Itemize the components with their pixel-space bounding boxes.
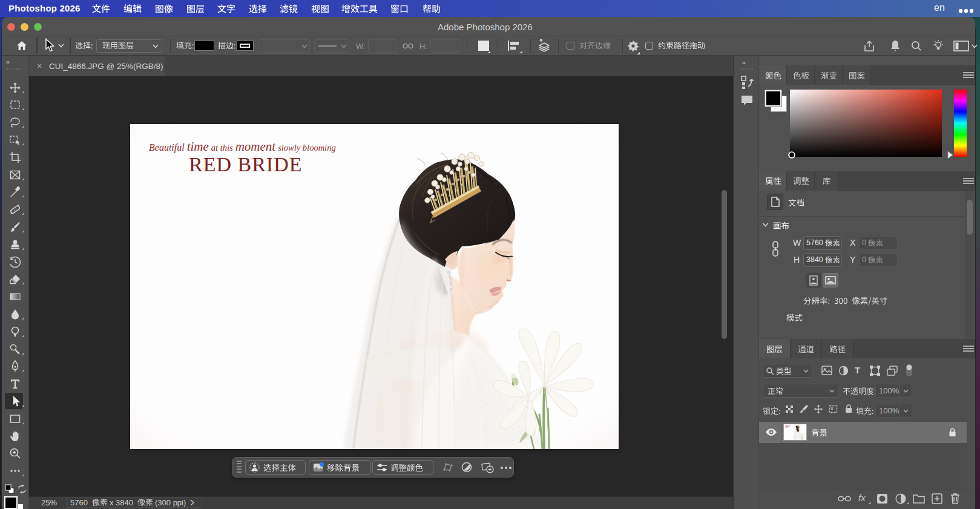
svg-text:RED BRIDE: RED BRIDE — [189, 153, 303, 176]
